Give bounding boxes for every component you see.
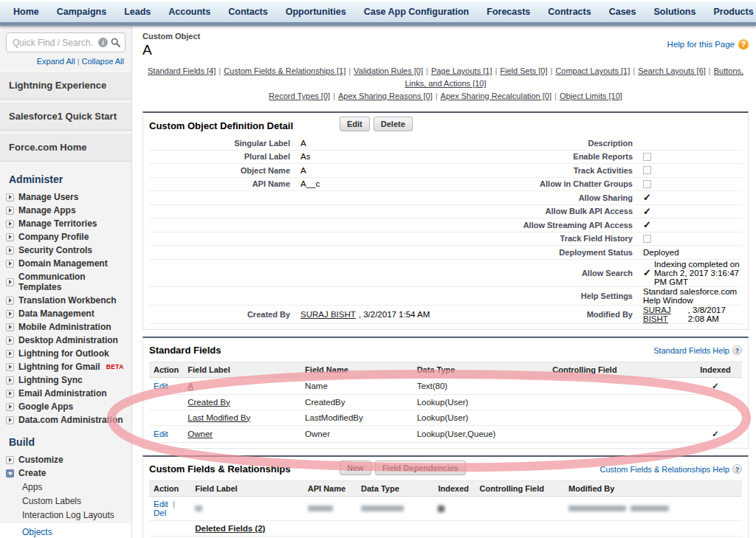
sidebar-item-manage-territories[interactable]: Manage Territories <box>0 217 131 230</box>
expand-arrow-icon[interactable] <box>6 376 14 384</box>
sidebar-item-translation-workbench[interactable]: Translation Workbench <box>0 294 131 307</box>
jump-link-custom-fields-relationships[interactable]: Custom Fields & Relationships [1] <box>224 66 346 75</box>
jump-link-standard-fields[interactable]: Standard Fields [4] <box>148 66 216 75</box>
jump-link-validation-rules[interactable]: Validation Rules [0] <box>354 66 423 75</box>
tab-products[interactable]: Products <box>704 7 756 17</box>
help-for-this-page-link[interactable]: Help for this Page <box>667 40 735 49</box>
sidebar-item-apps[interactable]: Apps <box>0 480 131 494</box>
sidebar-item-create[interactable]: Create <box>0 466 131 480</box>
tab-forecasts[interactable]: Forecasts <box>478 7 539 17</box>
sidebar-item-lightning-sync[interactable]: Lightning Sync <box>0 373 131 387</box>
section-help-icon[interactable]: ? <box>732 464 742 474</box>
expand-arrow-icon[interactable] <box>6 323 14 331</box>
expand-arrow-icon[interactable] <box>6 310 14 318</box>
sidebar-section-salesforce1-quick-start[interactable]: Salesforce1 Quick Start <box>0 102 131 131</box>
expand-arrow-icon[interactable] <box>6 193 14 201</box>
field-label-link[interactable]: Last Modified By <box>188 413 250 422</box>
sidebar-item-communication-templates[interactable]: Communication Templates <box>0 270 131 294</box>
sidebar-item-company-profile[interactable]: Company Profile <box>0 230 131 244</box>
jump-link-apex-sharing-recalculation[interactable]: Apex Sharing Recalculation [0] <box>441 92 551 100</box>
expand-arrow-icon[interactable] <box>6 456 14 464</box>
sidebar-item-lightning-for-gmail[interactable]: Lightning for GmailBETA <box>0 360 131 373</box>
tab-contacts[interactable]: Contacts <box>219 7 276 17</box>
jump-link-record-types[interactable]: Record Types [0] <box>269 92 330 100</box>
edit-link[interactable]: Edit <box>154 500 168 508</box>
sidebar-item-label: Lightning for Gmail <box>18 362 100 372</box>
sidebar-item-objects[interactable]: Objects <box>0 523 131 538</box>
collapse-arrow-icon[interactable] <box>6 469 14 477</box>
search-icon[interactable] <box>111 38 120 47</box>
expand-arrow-icon[interactable] <box>6 350 14 358</box>
field-label-link[interactable]: Created By <box>188 398 230 407</box>
jump-link-field-sets[interactable]: Field Sets [0] <box>500 66 547 75</box>
sidebar-item-manage-apps[interactable]: Manage Apps <box>0 204 131 217</box>
tab-home[interactable]: Home <box>4 7 48 17</box>
sidebar-item-lightning-for-outlook[interactable]: Lightning for Outlook <box>0 347 131 360</box>
custom-fields-help-link[interactable]: Custom Fields & Relationships Help <box>600 465 729 474</box>
sidebar-item-mobile-administration[interactable]: Mobile Administration <box>0 320 131 334</box>
jump-link-apex-sharing-reasons[interactable]: Apex Sharing Reasons [0] <box>338 92 433 100</box>
deleted-fields-link[interactable]: Deleted Fields (2) <box>195 524 265 533</box>
sidebar-item-manage-users[interactable]: Manage Users <box>0 190 131 204</box>
field-label-link[interactable]: Owner <box>188 430 213 438</box>
detail-field-value: ✓ <box>643 207 742 215</box>
new-field-button[interactable]: New <box>340 461 371 475</box>
tab-accounts[interactable]: Accounts <box>159 7 219 17</box>
tab-solutions[interactable]: Solutions <box>645 7 705 17</box>
sidebar-item-google-apps[interactable]: Google Apps <box>0 400 131 413</box>
tab-case-app-configuration[interactable]: Case App Configuration <box>355 7 478 17</box>
user-link[interactable]: SURAJ BISHT <box>643 306 685 323</box>
quick-find-input[interactable] <box>11 37 95 49</box>
jump-link-compact-layouts[interactable]: Compact Layouts [1] <box>555 66 630 75</box>
jump-link-object-limits[interactable]: Object Limits [10] <box>560 92 622 100</box>
sidebar-item-data-management[interactable]: Data Management <box>0 307 131 320</box>
sidebar-item-email-administration[interactable]: Email Administration <box>0 387 131 400</box>
tab-opportunities[interactable]: Opportunities <box>277 7 355 17</box>
tab-campaigns[interactable]: Campaigns <box>48 7 115 17</box>
expand-arrow-icon[interactable] <box>6 278 14 286</box>
sidebar-item-data-com-administration[interactable]: Data.com Administration <box>0 413 131 427</box>
expand-arrow-icon[interactable] <box>6 207 14 215</box>
expand-arrow-icon[interactable] <box>6 390 14 398</box>
standard-fields-help-link[interactable]: Standard Fields Help <box>653 346 729 355</box>
sidebar-item-custom-labels[interactable]: Custom Labels <box>0 494 131 508</box>
expand-arrow-icon[interactable] <box>6 403 14 411</box>
expand-arrow-icon[interactable] <box>6 297 14 305</box>
tab-contracts[interactable]: Contracts <box>539 7 599 17</box>
expand-all-link[interactable]: Expand All <box>37 57 75 66</box>
redacted-blob <box>195 506 202 511</box>
collapse-all-link[interactable]: Collapse All <box>82 57 124 66</box>
detail-field-label: Object Name <box>149 166 300 175</box>
expand-arrow-icon[interactable] <box>6 260 14 268</box>
jump-link-page-layouts[interactable]: Page Layouts [1] <box>431 66 492 75</box>
edit-link[interactable]: Edit <box>154 430 168 438</box>
sidebar-item-interaction-log-layouts[interactable]: Interaction Log Layouts <box>0 508 131 522</box>
expand-arrow-icon[interactable] <box>6 416 14 424</box>
sidebar-item-security-controls[interactable]: Security Controls <box>0 244 131 257</box>
field-label-cell: A <box>183 377 300 394</box>
tab-cases[interactable]: Cases <box>600 7 645 17</box>
expand-arrow-icon[interactable] <box>6 233 14 241</box>
edit-button[interactable]: Edit <box>340 117 370 131</box>
tab-leads[interactable]: Leads <box>115 7 159 17</box>
user-link[interactable]: SURAJ BISHT <box>300 310 356 319</box>
delete-button[interactable]: Delete <box>374 117 413 131</box>
detail-field-label: Allow Streaming API Access <box>457 221 643 230</box>
sidebar-section-force-com-home[interactable]: Force.com Home <box>0 133 131 162</box>
jump-link-search-layouts[interactable]: Search Layouts [6] <box>638 66 706 75</box>
sidebar-section-lightning-experience[interactable]: Lightning Experience <box>0 71 131 100</box>
expand-arrow-icon[interactable] <box>6 220 14 228</box>
del-link[interactable]: Del <box>154 508 166 517</box>
sidebar-item-customize[interactable]: Customize <box>0 453 131 466</box>
sidebar-item-label: Lightning for Outlook <box>18 348 109 359</box>
expand-arrow-icon[interactable] <box>6 363 14 371</box>
expand-arrow-icon[interactable] <box>6 337 14 345</box>
expand-arrow-icon[interactable] <box>6 246 14 255</box>
sidebar-item-domain-management[interactable]: Domain Management <box>0 257 131 270</box>
section-help-icon[interactable]: ? <box>732 345 742 355</box>
help-question-icon[interactable]: ? <box>738 39 749 49</box>
sidebar-item-desktop-administration[interactable]: Desktop Administration <box>0 334 131 347</box>
field-dependencies-button[interactable]: Field Dependencies <box>375 461 466 475</box>
field-label-link[interactable]: A <box>188 382 193 390</box>
edit-link[interactable]: Edit <box>154 382 168 390</box>
